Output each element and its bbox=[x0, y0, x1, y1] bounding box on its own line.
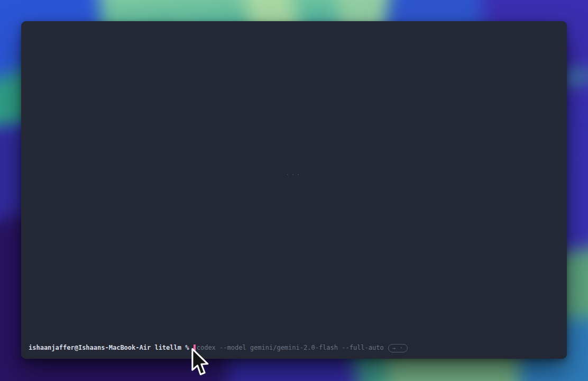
prompt-directory: litellm bbox=[154, 343, 181, 352]
prompt-symbol: % bbox=[185, 343, 189, 352]
terminal-loading-dots: ... bbox=[286, 169, 302, 177]
prompt-space bbox=[189, 343, 192, 352]
text-cursor bbox=[194, 344, 196, 352]
terminal-prompt-line[interactable]: ishaanjaffer@Ishaans-MacBook-Air litellm… bbox=[29, 343, 408, 352]
prompt-user-host: ishaanjaffer@Ishaans-MacBook-Air bbox=[29, 343, 151, 352]
terminal-window[interactable]: ... ishaanjaffer@Ishaans-MacBook-Air lit… bbox=[21, 21, 567, 359]
prompt-space bbox=[181, 343, 185, 352]
prompt-space bbox=[151, 343, 154, 352]
accept-suggestion-hint: → · bbox=[388, 344, 408, 352]
autosuggestion-text: codex --model gemini/gemini-2.0-flash --… bbox=[197, 343, 384, 352]
